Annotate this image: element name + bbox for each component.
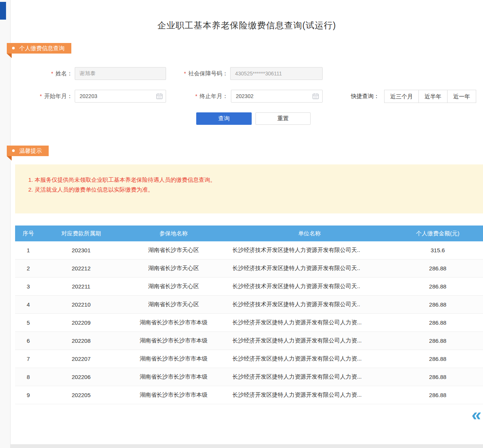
payment-table: 序号 对应费款所属期 参保地名称 单位名称 个人缴费金额(元) 1202301湖… xyxy=(15,226,483,404)
quick-query-group: 近三个月 近半年 近一年 xyxy=(384,90,476,103)
search-button[interactable]: 查询 xyxy=(196,112,252,125)
end-month-input[interactable] xyxy=(231,90,323,103)
table-row: 3202211湖南省长沙市天心区长沙经济技术开发区捷特人力资源开发有限公司天..… xyxy=(15,278,483,296)
required-asterisk: * xyxy=(51,71,53,77)
pension-query-page: 企业职工基本养老保险缴费信息查询(试运行) 个人缴费信息查询 *姓名： *社会保… xyxy=(0,0,483,448)
cell-area: 湖南省长沙市长沙市市本级 xyxy=(121,355,226,362)
cell-period: 202210 xyxy=(42,301,121,308)
reset-button[interactable]: 重置 xyxy=(255,112,311,125)
page-title: 企业职工基本养老保险缴费信息查询(试运行) xyxy=(11,20,483,31)
quick-btn-3months[interactable]: 近三个月 xyxy=(384,90,419,103)
section-ribbon-tips-label: 温馨提示 xyxy=(19,147,42,154)
cell-seq: 2 xyxy=(15,265,42,272)
cell-company: 长沙经济技术开发区捷特人力资源开发有限公司天.. xyxy=(226,265,392,272)
cell-seq: 3 xyxy=(15,283,42,290)
table-row: 7202207湖南省长沙市长沙市市本级长沙经济开发区捷特人力资源开发有限公司人力… xyxy=(15,350,483,368)
table-header-row: 序号 对应费款所属期 参保地名称 单位名称 个人缴费金额(元) xyxy=(15,226,483,241)
cell-amount: 286.88 xyxy=(392,392,483,398)
start-month-input[interactable] xyxy=(75,90,166,103)
cell-company: 长沙经济技术开发区捷特人力资源开发有限公司天.. xyxy=(226,283,392,290)
cell-seq: 1 xyxy=(15,247,42,253)
quick-btn-oneyear[interactable]: 近一年 xyxy=(447,90,476,103)
cell-amount: 286.88 xyxy=(392,319,483,326)
notice-line-2: 2. 灵活就业人员的缴费单位信息以实际缴费为准。 xyxy=(28,185,475,195)
table-row: 8202206湖南省长沙市长沙市市本级长沙经济开发区捷特人力资源开发有限公司人力… xyxy=(15,368,483,386)
cell-amount: 286.88 xyxy=(392,301,483,308)
section-ribbon-tips: 温馨提示 xyxy=(7,146,49,156)
ssn-label: *社会保障号码： xyxy=(166,67,228,80)
quick-btn-halfyear[interactable]: 近半年 xyxy=(418,90,448,103)
cell-amount: 315.6 xyxy=(392,247,483,253)
cell-company: 长沙经济开发区捷特人力资源开发有限公司人力资... xyxy=(226,391,392,399)
table-row: 2202212湖南省长沙市天心区长沙经济技术开发区捷特人力资源开发有限公司天..… xyxy=(15,259,483,278)
quick-query-label: 快捷查询： xyxy=(351,90,379,103)
bottom-strip xyxy=(11,444,483,448)
sidebar-fragment xyxy=(0,2,6,20)
cell-area: 湖南省长沙市天心区 xyxy=(121,301,226,308)
cell-seq: 9 xyxy=(15,392,42,398)
cell-company: 长沙经济技术开发区捷特人力资源开发有限公司天.. xyxy=(226,247,392,254)
header-area: 参保地名称 xyxy=(121,230,226,237)
cell-amount: 286.88 xyxy=(392,374,483,380)
end-month-label: *终止年月： xyxy=(166,90,228,103)
required-asterisk: * xyxy=(40,93,42,99)
cell-amount: 286.88 xyxy=(392,283,483,290)
cell-company: 长沙经济技术开发区捷特人力资源开发有限公司天.. xyxy=(226,301,392,308)
required-asterisk: * xyxy=(195,93,197,99)
start-month-label: *开始年月： xyxy=(23,90,72,103)
header-company: 单位名称 xyxy=(226,230,392,237)
cell-period: 202208 xyxy=(42,338,121,344)
cell-area: 湖南省长沙市长沙市市本级 xyxy=(121,373,226,380)
ssn-input[interactable] xyxy=(230,67,323,80)
cell-seq: 6 xyxy=(15,338,42,344)
cell-period: 202209 xyxy=(42,319,121,326)
cell-area: 湖南省长沙市天心区 xyxy=(121,247,226,254)
section-ribbon-query: 个人缴费信息查询 xyxy=(7,43,71,54)
bullet-dot-icon xyxy=(12,47,15,49)
cell-area: 湖南省长沙市天心区 xyxy=(121,265,226,272)
cell-amount: 286.88 xyxy=(392,265,483,272)
cell-area: 湖南省长沙市天心区 xyxy=(121,283,226,290)
table-row: 6202208湖南省长沙市长沙市市本级长沙经济开发区捷特人力资源开发有限公司人力… xyxy=(15,332,483,350)
cell-period: 202211 xyxy=(42,283,121,290)
notice-line-1: 1. 本服务仅提供尚未领取企业职工基本养老保险待遇人员的缴费信息查询。 xyxy=(28,175,475,185)
section-ribbon-query-label: 个人缴费信息查询 xyxy=(19,45,65,51)
cell-company: 长沙经济开发区捷特人力资源开发有限公司人力资... xyxy=(226,337,392,344)
cell-company: 长沙经济开发区捷特人力资源开发有限公司人力资... xyxy=(226,319,392,326)
required-asterisk: * xyxy=(184,71,186,77)
table-body: 1202301湖南省长沙市天心区长沙经济技术开发区捷特人力资源开发有限公司天..… xyxy=(15,241,483,404)
table-row: 1202301湖南省长沙市天心区长沙经济技术开发区捷特人力资源开发有限公司天..… xyxy=(15,241,483,259)
cell-period: 202301 xyxy=(42,247,121,253)
left-gutter xyxy=(0,0,11,448)
cell-seq: 8 xyxy=(15,374,42,380)
cell-period: 202207 xyxy=(42,356,121,362)
cell-seq: 7 xyxy=(15,356,42,362)
name-label: *姓名： xyxy=(23,67,72,80)
table-row: 4202210湖南省长沙市天心区长沙经济技术开发区捷特人力资源开发有限公司天..… xyxy=(15,296,483,314)
header-amount: 个人缴费金额(元) xyxy=(392,230,483,237)
notice-box: 1. 本服务仅提供尚未领取企业职工基本养老保险待遇人员的缴费信息查询。 2. 灵… xyxy=(15,164,483,213)
cell-seq: 5 xyxy=(15,319,42,326)
cell-period: 202205 xyxy=(42,392,121,398)
collapse-chevron-icon[interactable]: « xyxy=(471,404,482,425)
cell-company: 长沙经济开发区捷特人力资源开发有限公司人力资... xyxy=(226,355,392,362)
table-row: 5202209湖南省长沙市长沙市市本级长沙经济开发区捷特人力资源开发有限公司人力… xyxy=(15,314,483,332)
cell-area: 湖南省长沙市长沙市市本级 xyxy=(121,337,226,344)
bullet-dot-icon xyxy=(12,149,15,152)
cell-area: 湖南省长沙市长沙市市本级 xyxy=(121,391,226,399)
cell-period: 202206 xyxy=(42,374,121,380)
cell-period: 202212 xyxy=(42,265,121,272)
cell-amount: 286.88 xyxy=(392,356,483,362)
name-input[interactable] xyxy=(75,67,166,80)
header-period: 对应费款所属期 xyxy=(42,230,121,237)
table-row: 9202205湖南省长沙市长沙市市本级长沙经济开发区捷特人力资源开发有限公司人力… xyxy=(15,386,483,404)
cell-seq: 4 xyxy=(15,301,42,308)
cell-area: 湖南省长沙市长沙市市本级 xyxy=(121,319,226,326)
cell-company: 长沙经济开发区捷特人力资源开发有限公司人力资... xyxy=(226,373,392,380)
cell-amount: 286.88 xyxy=(392,338,483,344)
header-seq: 序号 xyxy=(15,230,42,237)
